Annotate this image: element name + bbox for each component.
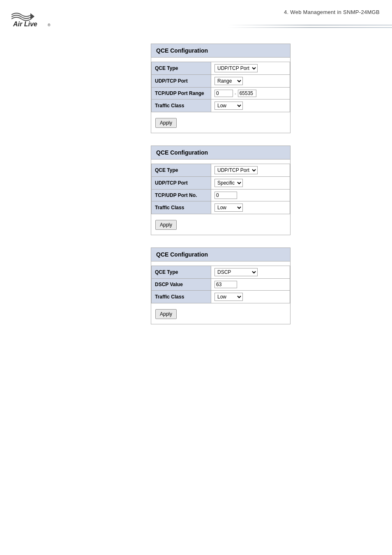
label-udp-tcp-port-2: UDP/TCP Port — [152, 177, 211, 190]
table-row: QCE Type UDP/TCP Port — [152, 164, 290, 177]
qce-table-1: QCE Type UDP/TCP Port UDP/TCP Port Range — [151, 62, 290, 112]
select-qce-type-1[interactable]: UDP/TCP Port — [214, 64, 258, 72]
qce-panel-3-title: QCE Configuration — [151, 248, 290, 261]
svg-text:®: ® — [48, 23, 51, 27]
qce-panel-2-title: QCE Configuration — [151, 146, 290, 160]
table-row: QCE Type DSCP UDP/TCP Port — [152, 266, 290, 279]
table-row: UDP/TCP Port Range Specific — [152, 75, 290, 88]
apply-area-3: Apply — [151, 303, 290, 324]
label-traffic-class-3: Traffic Class — [152, 291, 211, 303]
qce-table-3: QCE Type DSCP UDP/TCP Port DSCP Value — [151, 266, 290, 303]
apply-button-1[interactable]: Apply — [155, 118, 177, 128]
label-port-range-1: TCP/UDP Port Range — [152, 88, 211, 99]
table-row: TCP/UDP Port No. — [152, 190, 290, 201]
cell-qce-type-2: UDP/TCP Port — [211, 164, 290, 177]
label-qce-type-1: QCE Type — [152, 62, 211, 75]
cell-traffic-class-1: Low Medium High — [211, 99, 290, 112]
label-traffic-class-2: Traffic Class — [152, 201, 211, 214]
qce-panel-3: QCE Configuration QCE Type DSCP UDP/TCP … — [151, 247, 291, 324]
table-row: Traffic Class Low Medium High — [152, 201, 290, 214]
port-range-inputs-1: - — [214, 90, 286, 97]
svg-text:Air Live: Air Live — [13, 21, 37, 28]
svg-marker-0 — [30, 13, 35, 20]
header-decoration — [228, 25, 392, 32]
cell-port-range-1: - — [211, 88, 290, 99]
select-traffic-class-1[interactable]: Low Medium High — [214, 102, 243, 110]
cell-qce-type-3: DSCP UDP/TCP Port — [211, 266, 290, 279]
page-title: 4. Web Management in SNMP-24MGB — [284, 9, 380, 15]
apply-area-2: Apply — [151, 214, 290, 235]
cell-dscp-value-3 — [211, 279, 290, 291]
apply-button-3[interactable]: Apply — [155, 309, 177, 319]
qce-panel-2: QCE Configuration QCE Type UDP/TCP Port … — [151, 146, 291, 235]
label-dscp-value-3: DSCP Value — [152, 279, 211, 291]
logo: Air Live ® — [8, 7, 58, 31]
qce-panel-1-body: QCE Type UDP/TCP Port UDP/TCP Port Range — [151, 58, 290, 133]
input-port-no-2[interactable] — [214, 192, 237, 199]
qce-table-2: QCE Type UDP/TCP Port UDP/TCP Port Range — [151, 164, 290, 214]
table-row: TCP/UDP Port Range - — [152, 88, 290, 99]
table-row: Traffic Class Low Medium High — [152, 291, 290, 303]
port-range-from-1[interactable] — [214, 90, 233, 97]
select-qce-type-2[interactable]: UDP/TCP Port — [214, 166, 258, 174]
label-qce-type-2: QCE Type — [152, 164, 211, 177]
qce-panel-2-body: QCE Type UDP/TCP Port UDP/TCP Port Range — [151, 160, 290, 235]
cell-port-no-2 — [211, 190, 290, 201]
select-qce-type-3[interactable]: DSCP UDP/TCP Port — [214, 268, 258, 276]
select-traffic-class-2[interactable]: Low Medium High — [214, 204, 243, 212]
table-row: QCE Type UDP/TCP Port — [152, 62, 290, 75]
label-qce-type-3: QCE Type — [152, 266, 211, 279]
cell-udp-tcp-port-2: Range Specific — [211, 177, 290, 190]
page-header: Air Live ® 4. Web Management in SNMP-24M… — [0, 0, 392, 31]
cell-traffic-class-3: Low Medium High — [211, 291, 290, 303]
label-traffic-class-1: Traffic Class — [152, 99, 211, 112]
label-port-no-2: TCP/UDP Port No. — [152, 190, 211, 201]
table-row: DSCP Value — [152, 279, 290, 291]
cell-qce-type-1: UDP/TCP Port — [211, 62, 290, 75]
select-udp-tcp-port-2[interactable]: Range Specific — [214, 179, 243, 187]
apply-button-2[interactable]: Apply — [155, 220, 177, 230]
input-dscp-value-3[interactable] — [214, 281, 237, 288]
select-udp-tcp-port-1[interactable]: Range Specific — [214, 77, 243, 85]
range-separator-1: - — [235, 91, 236, 96]
qce-panel-1-title: QCE Configuration — [151, 44, 290, 58]
cell-udp-tcp-port-1: Range Specific — [211, 75, 290, 88]
table-row: Traffic Class Low Medium High — [152, 99, 290, 112]
qce-panel-3-body: QCE Type DSCP UDP/TCP Port DSCP Value — [151, 261, 290, 324]
main-content: QCE Configuration QCE Type UDP/TCP Port … — [0, 31, 392, 324]
select-traffic-class-3[interactable]: Low Medium High — [214, 293, 243, 301]
label-udp-tcp-port-1: UDP/TCP Port — [152, 75, 211, 88]
apply-area-1: Apply — [151, 112, 290, 133]
table-row: UDP/TCP Port Range Specific — [152, 177, 290, 190]
qce-panel-1: QCE Configuration QCE Type UDP/TCP Port … — [151, 44, 291, 133]
port-range-to-1[interactable] — [238, 90, 256, 97]
cell-traffic-class-2: Low Medium High — [211, 201, 290, 214]
